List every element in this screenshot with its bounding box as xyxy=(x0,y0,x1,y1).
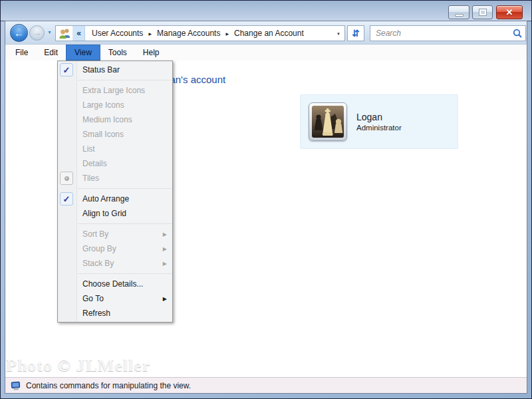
menu-item-status-bar[interactable]: ✓ Status Bar xyxy=(58,63,172,77)
menu-item-label: Go To xyxy=(82,294,104,303)
menu-item-label: Choose Details... xyxy=(82,279,143,289)
menu-item-extra-large-icons[interactable]: Extra Large Icons xyxy=(58,83,172,98)
address-icon-segment[interactable] xyxy=(56,26,73,41)
menu-item-refresh[interactable]: Refresh xyxy=(58,306,172,321)
chess-account-picture-icon xyxy=(312,106,344,138)
menu-tools[interactable]: Tools xyxy=(100,45,135,61)
menu-item-label: Stack By xyxy=(82,259,114,268)
checkmark-icon: ✓ xyxy=(60,192,73,205)
menu-item-go-to[interactable]: Go To ▶ xyxy=(58,291,172,306)
menu-item-large-icons[interactable]: Large Icons xyxy=(58,98,172,112)
checkmark-icon: ✓ xyxy=(60,63,73,76)
view-menu-dropdown: ✓ Status Bar Extra Large Icons Large Ico… xyxy=(57,61,173,323)
menu-item-group-by[interactable]: Group By ▶ xyxy=(58,241,172,256)
title-bar[interactable]: ✕ xyxy=(1,1,531,21)
menu-separator xyxy=(78,273,172,274)
maximize-button[interactable] xyxy=(472,5,493,19)
menu-item-label: Small Icons xyxy=(82,130,124,139)
menu-separator xyxy=(78,80,172,80)
menu-bar: File Edit View Tools Help xyxy=(5,45,527,61)
crumb-separator-icon: ▶ xyxy=(148,31,152,36)
explorer-window: ✕ ← → ▼ « xyxy=(0,0,532,399)
breadcrumb-item-change-an-account[interactable]: Change an Account xyxy=(231,27,307,39)
address-dropdown-icon[interactable]: ▼ xyxy=(336,32,340,36)
status-text: Contains commands for manipulating the v… xyxy=(26,381,191,390)
submenu-arrow-icon: ▶ xyxy=(163,231,167,237)
menu-item-label: Align to Grid xyxy=(82,209,126,218)
breadcrumb-item-manage-accounts[interactable]: Manage Accounts xyxy=(154,27,223,39)
menu-item-label: Extra Large Icons xyxy=(82,86,145,95)
status-bar: Contains commands for manipulating the v… xyxy=(5,377,527,393)
minimize-button[interactable] xyxy=(448,5,469,19)
chevrons-left-icon: « xyxy=(76,29,81,38)
search-input[interactable] xyxy=(370,25,526,41)
menu-item-label: Sort By xyxy=(82,229,108,239)
menu-edit[interactable]: Edit xyxy=(36,45,66,61)
menu-separator xyxy=(78,188,172,189)
menu-help[interactable]: Help xyxy=(135,45,168,61)
search-box xyxy=(370,25,526,41)
close-icon: ✕ xyxy=(506,8,513,17)
refresh-icon: ⇵ xyxy=(352,28,360,39)
menu-item-auto-arrange[interactable]: ✓ Auto Arrange xyxy=(58,192,172,206)
refresh-button[interactable]: ⇵ xyxy=(347,25,364,41)
menu-item-label: Group By xyxy=(82,244,116,253)
menu-separator xyxy=(78,223,172,224)
breadcrumb-item-user-accounts[interactable]: User Accounts xyxy=(89,27,146,39)
menu-item-sort-by[interactable]: Sort By ▶ xyxy=(58,227,172,241)
breadcrumb-overflow-chevron[interactable]: « xyxy=(73,26,85,41)
account-name: Logan xyxy=(356,112,402,122)
radio-selected-icon xyxy=(60,172,73,185)
maximize-icon xyxy=(479,9,486,15)
menu-item-label: Refresh xyxy=(82,309,110,318)
menu-item-list[interactable]: List xyxy=(58,142,172,156)
account-info: Logan Administrator xyxy=(356,112,402,132)
recent-pages-dropdown[interactable]: ▼ xyxy=(47,30,52,35)
menu-item-small-icons[interactable]: Small Icons xyxy=(58,127,172,142)
menu-item-label: Tiles xyxy=(82,174,99,183)
breadcrumb-items: User Accounts ▶ Manage Accounts ▶ Change… xyxy=(85,26,307,41)
menu-item-details[interactable]: Details xyxy=(58,156,172,171)
menu-item-label: Status Bar xyxy=(82,65,120,74)
menu-file[interactable]: File xyxy=(7,45,36,61)
menu-item-align-to-grid[interactable]: Align to Grid xyxy=(58,206,172,221)
menu-item-label: Large Icons xyxy=(82,100,124,110)
submenu-arrow-icon: ▶ xyxy=(163,246,167,252)
account-tile[interactable]: Logan Administrator xyxy=(300,94,458,149)
account-picture-frame xyxy=(309,102,347,141)
computer-icon xyxy=(11,380,21,391)
menu-item-tiles[interactable]: Tiles xyxy=(58,171,172,186)
forward-button[interactable]: → xyxy=(29,25,45,41)
menu-item-medium-icons[interactable]: Medium Icons xyxy=(58,112,172,127)
breadcrumb: « User Accounts ▶ Manage Accounts ▶ Chan… xyxy=(55,25,345,41)
menu-item-label: Details xyxy=(82,159,107,168)
menu-item-label: List xyxy=(82,144,95,154)
user-accounts-icon xyxy=(58,27,71,40)
close-button[interactable]: ✕ xyxy=(496,5,523,19)
menu-view[interactable]: View xyxy=(66,45,100,61)
minimize-icon xyxy=(455,14,464,17)
submenu-arrow-icon: ▶ xyxy=(163,296,167,302)
account-role: Administrator xyxy=(356,124,402,132)
crumb-separator-icon: ▶ xyxy=(225,31,229,36)
menu-item-choose-details[interactable]: Choose Details... xyxy=(58,277,172,291)
back-icon: ← xyxy=(14,27,24,39)
menu-item-stack-by[interactable]: Stack By ▶ xyxy=(58,256,172,271)
back-button[interactable]: ← xyxy=(10,24,28,42)
menu-item-label: Auto Arrange xyxy=(82,194,129,203)
forward-icon: → xyxy=(33,28,41,38)
submenu-arrow-icon: ▶ xyxy=(163,261,167,267)
navigation-bar: ← → ▼ « User Accou xyxy=(5,21,527,45)
menu-item-label: Medium Icons xyxy=(82,115,132,124)
